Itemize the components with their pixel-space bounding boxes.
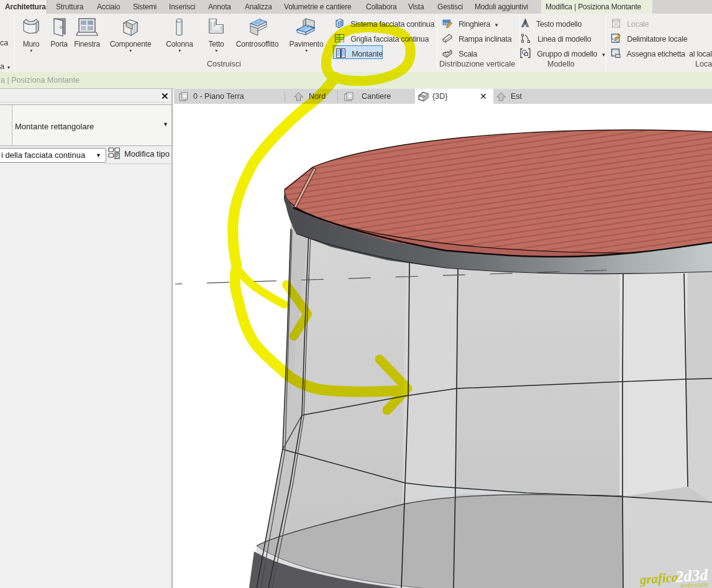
svg-text:grafica2d3d: grafica2d3d <box>680 582 708 588</box>
svg-text:grafica: grafica <box>639 569 678 587</box>
